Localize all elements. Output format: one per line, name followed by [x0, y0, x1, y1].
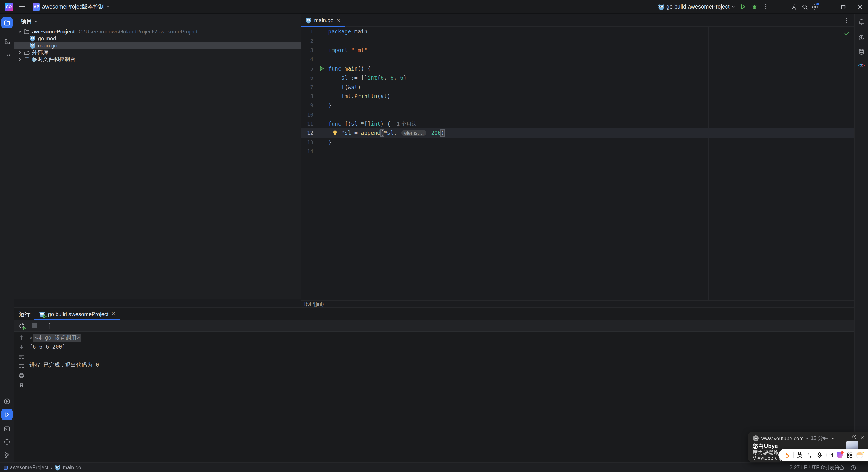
tree-item-gomod[interactable]: go.mod [14, 35, 301, 42]
line-separator-widget[interactable]: LF [801, 463, 807, 472]
breadcrumb-bar[interactable]: f(sl *[]int) [301, 300, 855, 307]
inspections-status-widget[interactable] [850, 463, 856, 472]
run-configuration-selector[interactable]: go build awesomeProject [658, 0, 735, 13]
tool-window-terminal-button[interactable] [1, 423, 13, 435]
ime-language-toggle[interactable]: 英 [795, 451, 805, 459]
soft-wrap-button[interactable] [18, 353, 24, 359]
next-occurrence-button[interactable] [18, 344, 24, 350]
settings-button[interactable] [811, 0, 818, 13]
rerun-button[interactable] [19, 322, 25, 329]
close-button[interactable] [854, 0, 866, 13]
statusbar-project[interactable]: awesomeProject [10, 465, 49, 470]
intention-bulb-icon[interactable] [332, 130, 338, 136]
run-button[interactable] [740, 0, 746, 13]
notification-settings-button[interactable] [852, 435, 857, 440]
tool-window-problems-button[interactable] [1, 436, 13, 448]
line-number[interactable]: 2 [301, 36, 328, 46]
project-panel-header[interactable]: 项目 [21, 18, 38, 25]
console-options-button[interactable] [46, 322, 52, 329]
project-widget[interactable]: AP awesomeProject [33, 0, 89, 13]
prev-occurrence-button[interactable] [18, 335, 24, 340]
code-editor[interactable]: 1package main23import "fmt"45func main()… [301, 27, 855, 300]
line-number[interactable]: 11 [301, 119, 328, 129]
debug-button[interactable] [751, 0, 758, 13]
statusbar-breadcrumb[interactable]: awesomeProject › main.go [4, 463, 81, 472]
ime-punctuation-toggle[interactable]: ’, [805, 452, 815, 459]
encoding-widget[interactable]: UTF-8 [809, 463, 824, 472]
chevron-up-icon[interactable] [831, 437, 835, 440]
line-number[interactable]: 10 [301, 110, 328, 119]
run-gutter-icon[interactable] [319, 65, 324, 71]
run-tab[interactable]: go build awesomeProject ✕ [34, 308, 120, 320]
line-number[interactable]: 6 [301, 73, 328, 83]
database-button[interactable] [856, 46, 867, 57]
code-line[interactable]: 13} [301, 138, 855, 147]
scroll-to-end-button[interactable] [18, 363, 24, 369]
tool-window-commit-button[interactable] [1, 36, 13, 47]
tool-window-project-button[interactable] [1, 17, 13, 29]
code-line[interactable]: 1package main [301, 27, 855, 36]
code-line[interactable]: 4 [301, 55, 855, 64]
sogou-logo-icon[interactable]: S [782, 451, 793, 459]
breadcrumb-item[interactable]: f(sl *[]int) [304, 301, 324, 307]
console-output[interactable]: ><4 go 设置调用>[6 6 6 200]进程 已完成，退出代码为 0 [29, 333, 99, 369]
line-number[interactable]: 9 [301, 101, 328, 110]
stop-button[interactable] [32, 323, 37, 328]
code-line[interactable]: 8 fmt.Println(sl) [301, 92, 855, 101]
vcs-widget[interactable]: 版本控制 [82, 0, 110, 13]
indent-widget[interactable]: 制表符 [824, 463, 840, 472]
tab-maingo[interactable]: main.go ✕ [301, 14, 345, 27]
line-number[interactable]: 14 [301, 147, 328, 156]
chevron-collapsed-icon[interactable] [18, 51, 22, 55]
tab-options-button[interactable] [844, 17, 849, 24]
code-line[interactable]: 12 *sl = append(*sl, elems…: 200) [301, 129, 855, 138]
tab-close-icon[interactable]: ✕ [336, 18, 340, 23]
code-line[interactable]: 10 [301, 110, 855, 119]
search-everywhere-button[interactable] [802, 0, 808, 13]
ime-microphone-button[interactable] [815, 452, 825, 458]
code-line[interactable]: 7 f(&sl) [301, 83, 855, 92]
tab-close-icon[interactable]: ✕ [111, 311, 115, 317]
fold-arrow-icon[interactable]: > [29, 335, 32, 341]
statusbar-file[interactable]: main.go [63, 465, 81, 470]
restore-button[interactable] [837, 0, 850, 13]
code-line[interactable]: 2 [301, 36, 855, 46]
notification-close-button[interactable]: ✕ [860, 435, 864, 441]
tree-item-external-libraries[interactable]: 外部库 [14, 49, 301, 56]
ime-emoji-button[interactable]: ✦ [855, 452, 864, 459]
notifications-button[interactable] [856, 16, 867, 28]
minimize-button[interactable] [822, 0, 835, 13]
tool-window-git-button[interactable] [1, 449, 13, 461]
line-number[interactable]: 3 [301, 46, 328, 55]
clear-all-button[interactable] [18, 382, 24, 388]
tool-window-run-button[interactable] [1, 409, 13, 420]
ime-keyboard-button[interactable] [825, 452, 835, 458]
ime-toolbar[interactable]: S 英 ’, ✦ [778, 449, 868, 461]
line-number[interactable]: 5 [301, 64, 328, 73]
line-number[interactable]: 7 [301, 83, 328, 92]
readonly-toggle[interactable] [839, 463, 844, 472]
code-line[interactable]: 14 [301, 147, 855, 156]
run-panel-title[interactable]: 运行 [19, 311, 30, 318]
line-number[interactable]: 8 [301, 92, 328, 101]
line-number[interactable]: 4 [301, 55, 328, 64]
folded-text[interactable]: <4 go 设置调用> [33, 334, 81, 342]
code-line[interactable]: 3import "fmt" [301, 46, 855, 55]
code-with-me-button[interactable] [791, 0, 798, 13]
ime-skin-button[interactable] [835, 452, 844, 458]
ai-assistant-button[interactable] [856, 32, 867, 43]
code-line[interactable]: 5func main() { [301, 64, 855, 73]
print-button[interactable] [18, 373, 24, 378]
endpoints-button[interactable]: </> [856, 60, 867, 71]
tool-window-services-button[interactable] [1, 396, 13, 407]
tree-item-maingo[interactable]: main.go [14, 42, 301, 49]
goland-logo-icon[interactable]: GO [4, 0, 13, 13]
code-line[interactable]: 9} [301, 101, 855, 110]
more-tool-windows-button[interactable] [1, 49, 13, 61]
line-number[interactable]: 1 [301, 27, 328, 36]
caret-position-widget[interactable]: 12:27 [786, 463, 800, 472]
tree-item-scratches[interactable]: 临时文件和控制台 [14, 56, 301, 63]
code-line[interactable]: 11func f(sl *[]int) { 1 个用法 [301, 119, 855, 129]
line-number[interactable]: 12 [301, 129, 328, 138]
tree-item-project-root[interactable]: awesomeProject C:\Users\meowr\GolandProj… [14, 28, 301, 35]
